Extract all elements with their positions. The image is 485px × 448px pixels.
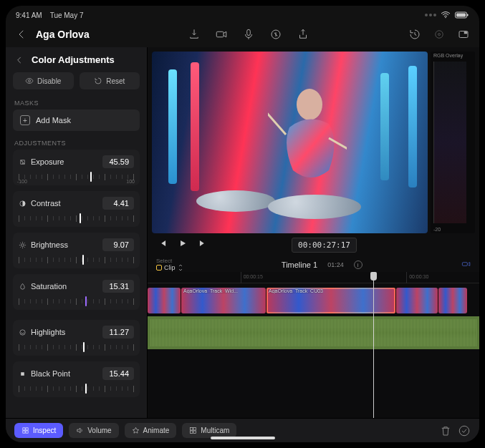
contrast-slider[interactable] [19,214,134,223]
clip-selector[interactable]: Clip [156,264,183,271]
clip-name: AgaOrlova_Track_Wid... [183,288,238,293]
volume-tab[interactable]: Volume [69,423,118,438]
brightness-slider[interactable] [19,255,134,264]
camera-icon[interactable] [214,27,229,42]
inspect-label: Inspect [33,427,56,434]
svg-point-0 [445,17,446,19]
audio-waveform [150,319,476,346]
svg-rect-18 [23,428,25,430]
disable-button[interactable]: Disable [13,72,74,89]
prev-frame-button[interactable] [158,238,168,251]
chevron-updown-icon [178,264,183,271]
clip-name: AgaOrlova_Track_CU03 [269,288,323,293]
play-button[interactable] [178,238,188,251]
video-clip[interactable] [438,288,467,313]
reset-button[interactable]: Reset [80,72,140,89]
svg-rect-10 [464,31,468,34]
scope-label: RGB Overlay [433,53,463,58]
clip-selector-label: Clip [164,265,176,271]
video-clip[interactable] [396,288,438,313]
timeline[interactable]: 00:00:15 00:00:30 AgaOrlova_Track_Wid...… [148,272,479,418]
timeline-ruler[interactable]: 00:00:15 00:00:30 [148,272,479,283]
svg-point-26 [459,426,469,436]
add-mask-button[interactable]: + Add Mask [13,109,140,131]
animate-tab[interactable]: Animate [125,423,177,438]
contrast-label: Contrast [31,199,61,208]
slider-knob[interactable] [82,255,84,265]
panel-back-button[interactable] [14,55,24,65]
fullscreen-icon[interactable] [456,27,471,42]
video-clip[interactable] [148,288,181,313]
svg-rect-25 [193,431,196,434]
tick-min: -100 [17,179,27,184]
saturation-slider[interactable] [19,297,134,306]
saturation-label: Saturation [31,282,67,291]
blackpoint-slider[interactable] [19,384,134,393]
status-date: Tue May 7 [50,11,84,19]
scope-axis [468,62,474,223]
timeline-name: Timeline 1 [282,260,317,269]
exposure-label: Exposure [31,157,64,166]
exposure-value[interactable]: 45.59 [102,155,134,168]
multicam-label: Multicam [201,427,229,434]
contrast-icon [19,200,27,208]
saturation-value[interactable]: 15.31 [102,280,134,293]
video-clip[interactable]: AgaOrlova_Track_Wid... [181,288,266,313]
history-icon[interactable] [408,27,422,42]
svg-rect-15 [21,372,24,376]
timeline-header: Select Clip Timeline 1 01:24 i [148,256,479,272]
svg-point-16 [297,89,322,120]
playhead-knob[interactable] [370,272,377,281]
highlights-value[interactable]: 11.27 [102,326,134,339]
timecode-display[interactable]: 00:00:27:17 [292,238,357,253]
adjustment-blackpoint: Black Point 15.44 [13,361,140,397]
exposure-icon [19,158,27,166]
voiceover-mic-icon[interactable] [241,27,256,42]
back-button[interactable] [14,27,29,42]
share-icon[interactable] [296,27,310,42]
adjustments-list[interactable]: Exposure 45.59 -100 100 Contr [6,150,147,418]
timeline-tools-icon[interactable] [461,259,471,271]
svg-rect-24 [191,431,193,434]
add-mask-label: Add Mask [36,116,71,125]
highlights-icon [19,328,27,336]
audio-clip[interactable] [148,316,479,349]
video-clip[interactable]: AgaOrlova_Track_CU03 [266,288,395,313]
settings-dial-icon[interactable] [432,27,446,42]
transport-bar: 00:00:27:17 [148,233,479,256]
volume-label: Volume [87,427,111,434]
adjustments-section-label: ADJUSTMENTS [6,135,147,150]
import-media-icon[interactable] [187,27,201,42]
slider-knob[interactable] [83,342,85,352]
home-indicator[interactable] [211,437,275,439]
brightness-value[interactable]: 9.07 [102,238,134,251]
audio-track[interactable] [148,316,479,349]
info-icon[interactable]: i [354,260,362,269]
video-scope[interactable]: RGB Overlay -20 [431,52,475,233]
exposure-slider[interactable]: -100 100 [19,172,134,181]
multicam-tab[interactable]: Multicam [182,423,236,438]
svg-rect-21 [26,431,28,433]
timeline-duration: 01:24 [327,261,344,268]
adjustment-contrast: Contrast 4.41 [13,191,140,227]
video-viewer[interactable] [152,52,428,233]
blackpoint-icon [19,370,27,378]
playhead[interactable] [373,272,374,418]
done-check-icon[interactable] [458,424,471,437]
blackpoint-value[interactable]: 15.44 [102,367,134,380]
trash-icon[interactable] [439,424,452,437]
saturation-icon [19,283,27,291]
highlights-slider[interactable] [19,343,134,351]
blackpoint-label: Black Point [31,369,70,378]
slider-knob[interactable] [90,172,92,182]
inspector-sidebar: Color Adjustments Disable Reset MASKS + … [6,47,148,418]
inspect-tab[interactable]: Inspect [14,423,63,438]
status-time-date: 9:41 AM Tue May 7 [16,11,84,19]
video-track[interactable]: AgaOrlova_Track_Wid...AgaOrlova_Track_CU… [148,288,479,313]
contrast-value[interactable]: 4.41 [102,197,134,210]
svg-rect-2 [456,14,466,17]
panel-title: Color Adjustments [32,54,115,65]
adjustment-exposure: Exposure 45.59 -100 100 [13,150,140,185]
titles-icon[interactable] [269,27,283,42]
next-frame-button[interactable] [198,238,208,251]
